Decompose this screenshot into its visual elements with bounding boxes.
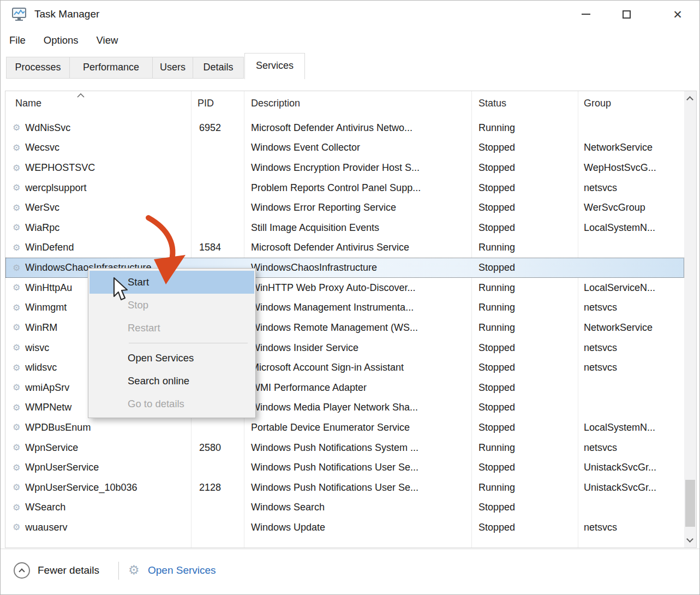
service-status: Stopped [471,162,578,174]
menu-bar-item[interactable]: File [9,31,26,50]
service-status: Running [471,282,578,294]
service-description: Windows Management Instrumenta... [244,302,471,313]
table-row[interactable]: ⚙WSearch Windows Search Stopped [5,498,684,518]
service-gear-icon: ⚙ [13,403,20,412]
service-description: Windows Push Notifications User Se... [244,462,471,473]
service-gear-icon: ⚙ [13,463,20,472]
service-status: Stopped [471,262,578,273]
tab[interactable]: Details [193,57,244,79]
service-gear-icon: ⚙ [13,364,20,372]
close-button[interactable]: ✕ [665,3,690,25]
service-name: WdNisSvc [25,122,70,134]
service-status: Running [471,242,578,253]
table-row[interactable]: ⚙wuauserv Windows Update Stopped netsvcs [5,517,684,538]
table-row[interactable]: ⚙WPDBusEnum Portable Device Enumerator S… [5,418,684,438]
service-gear-icon: ⚙ [13,123,20,132]
context-menu-item[interactable]: Go to details [88,392,255,415]
tab[interactable]: Processes [6,57,70,79]
service-gear-icon: ⚙ [13,343,20,352]
service-name: WinRM [25,322,57,334]
maximize-button[interactable] [614,3,639,25]
service-name: wercplsupport [25,182,86,194]
service-gear-icon: ⚙ [13,383,20,392]
context-menu-item[interactable] [129,343,248,343]
service-group: UnistackSvcGr... [578,482,684,493]
service-name: WPDBusEnum [25,422,91,433]
service-group: LocalServiceN... [578,282,684,294]
task-manager-window: Task Manager ✕ File Options View Process… [0,0,700,595]
service-status: Running [471,322,578,334]
table-row[interactable]: ⚙WEPHOSTSVC Windows Encryption Provider … [5,158,684,178]
status-bar-divider [118,562,119,580]
table-row[interactable]: ⚙WdNisSvc 6952 Microsoft Defender Antivi… [5,118,684,138]
table-row[interactable]: ⚙WpnUserService_10b036 2128 Windows Push… [5,478,684,498]
service-description: Still Image Acquisition Events [244,222,471,234]
column-header-name[interactable]: Name [15,98,41,109]
service-description: Windows Event Collector [244,142,471,153]
service-name: wlidsvc [25,362,57,373]
context-menu-item[interactable]: Search online [88,370,255,392]
column-header-status[interactable]: Status [478,98,506,109]
service-group: UnistackSvcGr... [578,462,684,473]
menu-bar-item[interactable]: Options [44,31,79,50]
table-row[interactable]: ⚙WiaRpc Still Image Acquisition Events S… [5,218,684,238]
service-status: Stopped [471,502,578,513]
scroll-up-icon[interactable] [686,96,693,103]
column-header-pid[interactable]: PID [198,98,214,109]
service-description: Windows Search [244,502,471,513]
menu-bar: File Options View [9,31,118,50]
minimize-button[interactable] [573,3,599,25]
service-group: LocalSystemN... [578,422,684,433]
table-row[interactable]: ⚙wercplsupport Problem Reports Control P… [5,178,684,198]
service-gear-icon: ⚙ [13,283,20,292]
service-group: netsvcs [578,522,684,533]
service-description: Windows Update [244,522,471,533]
service-group: netsvcs [578,342,684,354]
service-gear-icon: ⚙ [13,264,20,272]
service-gear-icon: ⚙ [13,183,20,192]
service-pid: 1584 [191,242,244,253]
tab[interactable]: Services [244,53,305,79]
service-name: WpnUserService [25,462,99,473]
service-name: wuauserv [25,522,67,533]
status-bar: Fewer details ⚙ Open Services [1,549,699,594]
menu-bar-item[interactable]: View [97,31,118,50]
fewer-details-icon[interactable] [14,562,30,579]
service-name: WSearch [25,502,65,513]
service-status: Stopped [471,462,578,473]
service-status: Running [471,482,578,493]
context-menu-item[interactable]: Open Services [88,347,255,370]
service-status: Running [471,442,578,454]
service-name: wisvc [25,342,49,354]
service-gear-icon: ⚙ [13,164,20,172]
context-menu-item[interactable]: Restart [88,317,255,340]
service-status: Stopped [471,382,578,394]
service-gear-icon: ⚙ [13,523,20,532]
table-row[interactable]: ⚙WinDefend 1584 Microsoft Defender Antiv… [5,238,684,258]
table-row[interactable]: ⚙WpnUserService Windows Push Notificatio… [5,457,684,478]
column-header-description[interactable]: Description [251,98,300,109]
tab[interactable]: Users [152,57,193,79]
table-row[interactable]: ⚙Wecsvc Windows Event Collector Stopped … [5,138,684,158]
vertical-scrollbar[interactable] [684,91,696,548]
service-name: WpnUserService_10b036 [25,482,137,493]
service-description: Microsoft Defender Antivirus Service [244,242,471,253]
column-header-group[interactable]: Group [584,98,611,109]
task-manager-icon [11,7,27,22]
service-status: Stopped [471,362,578,373]
fewer-details-button[interactable]: Fewer details [38,549,99,592]
open-services-link[interactable]: Open Services [148,549,216,592]
service-gear-icon: ⚙ [13,223,20,232]
context-menu-item[interactable]: Start [89,271,254,294]
tab[interactable]: Performance [69,57,153,79]
close-icon: ✕ [673,9,683,20]
service-group: WerSvcGroup [578,202,684,213]
service-description: WindowsChaosInfrastructure [244,262,471,273]
scrollbar-thumb[interactable] [685,480,695,527]
table-row[interactable]: ⚙WpnService 2580 Windows Push Notificati… [5,438,684,458]
service-gear-icon: ⚙ [13,304,20,312]
table-row[interactable]: ⚙WerSvc Windows Error Reporting Service … [5,198,684,218]
scroll-down-icon[interactable] [686,536,693,543]
context-menu-item[interactable]: Stop [88,294,255,317]
service-gear-icon: ⚙ [13,423,20,432]
